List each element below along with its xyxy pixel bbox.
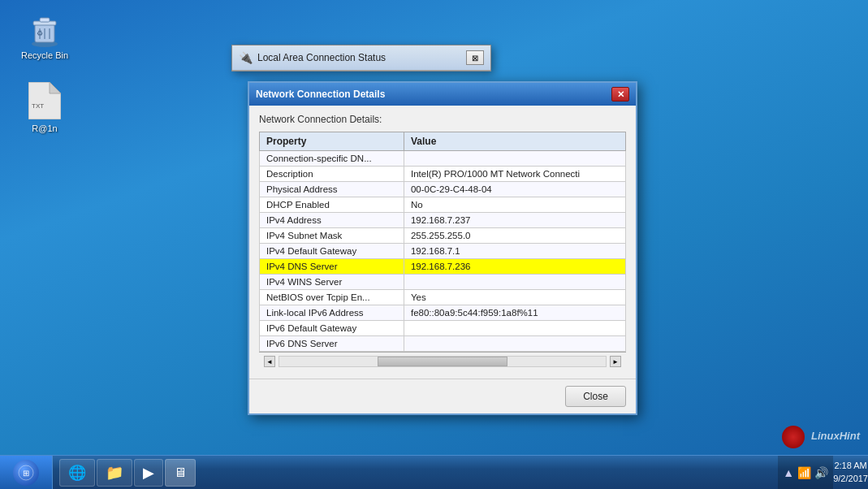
scroll-track[interactable] (279, 356, 607, 367)
ncd-titlebar: Network Connection Details ✕ (249, 83, 636, 106)
cell-property: IPv4 Address (260, 213, 404, 228)
cell-property: DHCP Enabled (260, 197, 404, 213)
table-row: Physical Address00-0C-29-C4-48-04 (260, 182, 626, 197)
taskbar-item-media[interactable]: ▶ (134, 459, 163, 487)
ncd-subtitle: Network Connection Details: (259, 114, 626, 125)
table-row: IPv6 DNS Server (260, 336, 626, 352)
taskbar-items: 🌐 📁 ▶ 🖥 (53, 459, 778, 487)
table-row: DescriptionIntel(R) PRO/1000 MT Network … (260, 167, 626, 182)
ncd-close-button[interactable]: ✕ (611, 87, 629, 102)
cell-value: 255.255.255.0 (404, 228, 625, 244)
cell-value (404, 151, 625, 167)
cell-value: Yes (404, 290, 625, 305)
lac-maximize-btn[interactable]: ⊠ (466, 50, 484, 65)
svg-marker-9 (50, 82, 61, 93)
start-orb: ⊞ (13, 460, 39, 486)
recycle-bin-icon-container[interactable]: ♻ Recycle Bin (12, 8, 77, 60)
lac-window-title: Local Area Connection Status (257, 52, 461, 63)
cell-value: fe80::80a9:5c44:f959:1a8f%11 (404, 305, 625, 321)
svg-text:⊞: ⊞ (23, 469, 29, 478)
cell-property: Link-local IPv6 Address (260, 305, 404, 321)
table-row: IPv4 Default Gateway192.168.7.1 (260, 244, 626, 259)
clock-time: 2:18 AM (833, 460, 868, 472)
cell-property: Description (260, 167, 404, 182)
table-row: Link-local IPv6 Addressfe80::80a9:5c44:f… (260, 305, 626, 321)
media-icon: ▶ (143, 464, 154, 482)
taskbar-item-network[interactable]: 🖥 (165, 459, 196, 487)
svg-rect-3 (40, 18, 50, 22)
cell-property: Physical Address (260, 182, 404, 197)
cell-value: 192.168.7.237 (404, 213, 625, 228)
cell-property: NetBIOS over Tcpip En... (260, 290, 404, 305)
ncd-window: Network Connection Details ✕ Network Con… (248, 81, 637, 415)
explorer-icon: 📁 (106, 464, 123, 482)
svg-text:♻: ♻ (37, 29, 43, 37)
desktop: ♻ Recycle Bin TXT R@1n 🔌 Local Area Conn… (0, 0, 868, 489)
table-row: DHCP EnabledNo (260, 197, 626, 213)
scroll-left-btn[interactable]: ◄ (264, 356, 275, 367)
cell-property: IPv4 WINS Server (260, 275, 404, 290)
systray-arrow-icon[interactable]: ▲ (783, 466, 794, 479)
taskbar-clock[interactable]: 2:18 AM 9/2/2017 (833, 460, 868, 485)
ncd-close-footer-button[interactable]: Close (565, 386, 626, 407)
table-row: IPv4 DNS Server192.168.7.236 (260, 259, 626, 275)
col-header-property: Property (260, 132, 404, 151)
cell-property: IPv6 DNS Server (260, 336, 404, 352)
cell-property: IPv4 Subnet Mask (260, 228, 404, 244)
systray: ▲ 📶 🔊 (778, 456, 833, 490)
cell-value: No (404, 197, 625, 213)
table-row: IPv4 Subnet Mask255.255.255.0 (260, 228, 626, 244)
watermark-text: LinuxHint (811, 430, 860, 442)
recycle-bin-label: Recycle Bin (12, 50, 77, 60)
taskbar-item-explorer[interactable]: 📁 (97, 459, 132, 487)
ncd-footer: Close (249, 379, 636, 413)
cell-value: 192.168.7.1 (404, 244, 625, 259)
ie-icon: 🌐 (68, 464, 86, 482)
cell-value: Intel(R) PRO/1000 MT Network Connecti (404, 167, 625, 182)
ncd-body: Network Connection Details: Property Val… (249, 106, 636, 379)
file-icon-container[interactable]: TXT R@1n (12, 81, 77, 133)
file-icon-label: R@1n (12, 123, 77, 133)
table-row: IPv4 Address192.168.7.237 (260, 213, 626, 228)
cell-value (404, 275, 625, 290)
col-header-value: Value (404, 132, 625, 151)
systray-volume-icon: 🔊 (814, 466, 828, 479)
recycle-bin-icon: ♻ (25, 8, 64, 47)
ncd-window-title: Network Connection Details (256, 89, 607, 100)
cell-property: IPv4 DNS Server (260, 259, 404, 275)
start-button[interactable]: ⊞ (0, 456, 53, 490)
table-row: NetBIOS over Tcpip En...Yes (260, 290, 626, 305)
clock-date: 9/2/2017 (833, 473, 868, 485)
scroll-right-btn[interactable]: ► (610, 356, 621, 367)
systray-network-icon: 📶 (797, 466, 811, 479)
scroll-thumb[interactable] (378, 357, 508, 366)
watermark: LinuxHint (782, 426, 860, 448)
cell-value (404, 321, 625, 336)
cell-property: IPv6 Default Gateway (260, 321, 404, 336)
taskbar-item-ie[interactable]: 🌐 (59, 459, 95, 487)
svg-marker-8 (28, 82, 61, 119)
cell-property: IPv4 Default Gateway (260, 244, 404, 259)
svg-text:TXT: TXT (32, 102, 44, 110)
taskbar: ⊞ 🌐 📁 ▶ 🖥 ▲ 📶 🔊 2:18 AM 9/2/201 (0, 455, 868, 489)
lac-window-icon: 🔌 (239, 51, 253, 64)
cell-property: Connection-specific DN... (260, 151, 404, 167)
cell-value (404, 336, 625, 352)
watermark-icon (782, 426, 805, 448)
network-taskbar-icon: 🖥 (174, 465, 187, 480)
ncd-details-table: Property Value Connection-specific DN...… (259, 132, 626, 352)
table-row: IPv6 Default Gateway (260, 321, 626, 336)
lac-window: 🔌 Local Area Connection Status ⊠ (231, 45, 491, 71)
table-row: Connection-specific DN... (260, 151, 626, 167)
cell-value: 00-0C-29-C4-48-04 (404, 182, 625, 197)
file-icon: TXT (28, 81, 61, 120)
lac-titlebar: 🔌 Local Area Connection Status ⊠ (232, 45, 490, 71)
scrollbar-area: ◄ ► (259, 352, 626, 370)
table-row: IPv4 WINS Server (260, 275, 626, 290)
cell-value: 192.168.7.236 (404, 259, 625, 275)
